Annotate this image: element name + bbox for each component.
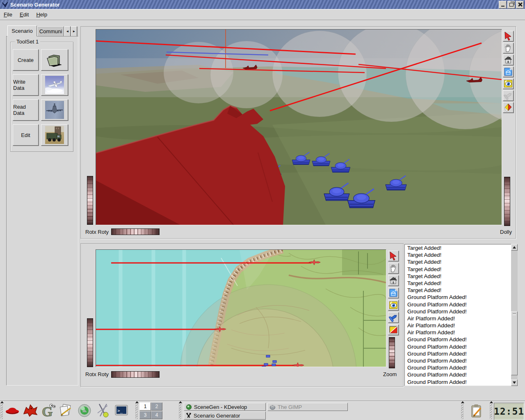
desktop-pager: 1 2 3 4 — [139, 402, 163, 420]
blueprint-home-button[interactable] — [503, 66, 514, 77]
task-scenegen-kdevelop[interactable]: SceneGen - KDevelop — [184, 403, 266, 411]
chevron-left-icon: ◄ — [66, 30, 69, 33]
restore-button[interactable] — [507, 1, 515, 9]
blueprint-home-button[interactable] — [388, 288, 399, 298]
read-data-icon-button[interactable] — [41, 99, 68, 121]
mozilla-icon — [22, 402, 39, 419]
tab-scroll-left-button[interactable]: ◄ — [64, 26, 71, 37]
viewer2d-zoom-thumbwheel[interactable] — [389, 337, 395, 368]
view-eye-button[interactable] — [503, 78, 514, 89]
awacs-aircraft-photo-icon — [45, 76, 64, 94]
task-scenario-generator[interactable]: Scenario Generator — [184, 411, 266, 420]
scene-3d — [96, 30, 502, 225]
klipper-button[interactable] — [468, 403, 484, 419]
viewer2d-render-area[interactable] — [96, 249, 386, 367]
scroll-down-button[interactable] — [511, 379, 518, 386]
arrow-down-icon — [513, 381, 516, 384]
viewer2d-left-thumbwheel[interactable] — [87, 318, 93, 367]
headlight-button[interactable] — [388, 312, 399, 323]
pager-desktop-4[interactable]: 4 — [151, 411, 162, 419]
orb-launcher[interactable] — [76, 402, 93, 419]
taskbar-clock[interactable]: 12:51 — [494, 403, 524, 420]
tray-handle[interactable] — [461, 403, 463, 419]
read-data-button[interactable]: Read Data — [13, 99, 39, 121]
compass-launcher[interactable] — [95, 402, 112, 419]
headlight-icon — [504, 91, 513, 100]
viewer2d-rot-thumbwheel[interactable] — [111, 371, 160, 378]
window-title: Scenario Generator — [10, 2, 60, 8]
create-icon-button[interactable] — [41, 49, 68, 71]
log-item: Air Platform Added! — [405, 329, 511, 336]
terminal-launcher[interactable]: >_ — [113, 402, 130, 419]
pager-handle[interactable] — [135, 403, 138, 419]
viewer3d-dolly-thumbwheel[interactable] — [504, 177, 510, 226]
write-data-button[interactable]: Write Data — [13, 74, 39, 96]
task-the-gimp[interactable]: The GIMP — [267, 403, 348, 411]
mozilla-launcher[interactable] — [22, 402, 39, 419]
blueprint-home-icon — [389, 288, 398, 297]
svg-text:>_: >_ — [117, 408, 123, 413]
fighter-jet-photo-icon — [45, 101, 64, 119]
pager-desktop-2[interactable]: 2 — [151, 402, 162, 411]
minimize-button[interactable] — [499, 1, 507, 9]
log-item: Target Added! — [405, 258, 511, 265]
viewer3d-left-thumbwheel[interactable] — [87, 176, 93, 225]
menu-help[interactable]: Help — [32, 10, 51, 19]
tab-scroll-right-button[interactable]: ► — [71, 26, 77, 37]
thumb-grip — [513, 313, 516, 315]
log-item: Air Platform Added! — [405, 315, 511, 322]
log-scrollbar[interactable] — [511, 244, 518, 386]
pager-desktop-3[interactable]: 3 — [139, 411, 151, 419]
view-eye-button[interactable] — [388, 300, 399, 310]
log-item: Ground Platform Added! — [405, 379, 511, 386]
viewer3d-toolbar — [503, 31, 514, 117]
clock-handle[interactable] — [490, 403, 492, 419]
headlight-button-disabled[interactable] — [503, 90, 514, 101]
kmenu-redhat-button[interactable] — [4, 402, 21, 419]
log-item: Ground Platform Added! — [405, 357, 511, 364]
log-item: Target Added! — [405, 273, 511, 280]
window-titlebar[interactable]: Scenario Generator — [0, 0, 525, 9]
viewer3d-rot-thumbwheel[interactable] — [111, 228, 160, 235]
edit-icon-button[interactable] — [41, 124, 68, 146]
tasklist-handle[interactable] — [179, 403, 181, 419]
drawstyle-button[interactable] — [388, 324, 399, 335]
pan-hand-button[interactable] — [388, 263, 399, 274]
app-window-icon — [2, 1, 8, 8]
arrow-up-icon — [513, 246, 516, 249]
pan-hand-button[interactable] — [503, 43, 514, 53]
event-log-list[interactable]: Target Added!Target Added!Target Added!T… — [404, 244, 512, 386]
menu-file[interactable]: File — [0, 10, 16, 19]
home-button[interactable] — [388, 275, 399, 286]
tab-scenario[interactable]: Scenario — [7, 25, 37, 37]
viewer3d-render-area[interactable] — [96, 29, 502, 225]
home-button[interactable] — [503, 55, 514, 65]
scroll-up-button[interactable] — [511, 244, 518, 251]
select-arrow-icon — [389, 251, 398, 260]
compass-tools-icon — [95, 402, 112, 419]
write-data-icon-button[interactable] — [41, 74, 68, 96]
select-arrow-button[interactable] — [503, 31, 514, 41]
restore-icon — [509, 3, 514, 7]
open-folder-icon — [46, 52, 64, 68]
documents-launcher[interactable] — [58, 402, 75, 419]
select-arrow-button[interactable] — [388, 251, 399, 261]
taskbar: G — [0, 401, 525, 420]
view-eye-icon — [389, 301, 398, 310]
menu-edit[interactable]: Edit — [16, 10, 32, 19]
gnome-icon: G — [40, 402, 57, 419]
log-item: Ground Platform Added! — [405, 371, 511, 378]
drawstyle-button[interactable] — [503, 102, 514, 113]
create-button[interactable]: Create — [13, 49, 39, 71]
klipper-clipboard-icon — [468, 403, 484, 419]
close-button[interactable] — [516, 1, 524, 9]
edit-button[interactable]: Edit — [13, 124, 39, 146]
kdevelop-icon — [186, 404, 192, 410]
log-item: Air Platform Added! — [405, 322, 511, 329]
tab-communication[interactable]: Communi — [37, 26, 64, 37]
documents-icon — [58, 402, 75, 419]
panel-hide-handle-left[interactable] — [0, 403, 3, 419]
pager-desktop-1[interactable]: 1 — [139, 402, 151, 411]
gnome-launcher[interactable]: G — [40, 402, 57, 419]
scrollbar-thumb[interactable] — [511, 311, 518, 375]
